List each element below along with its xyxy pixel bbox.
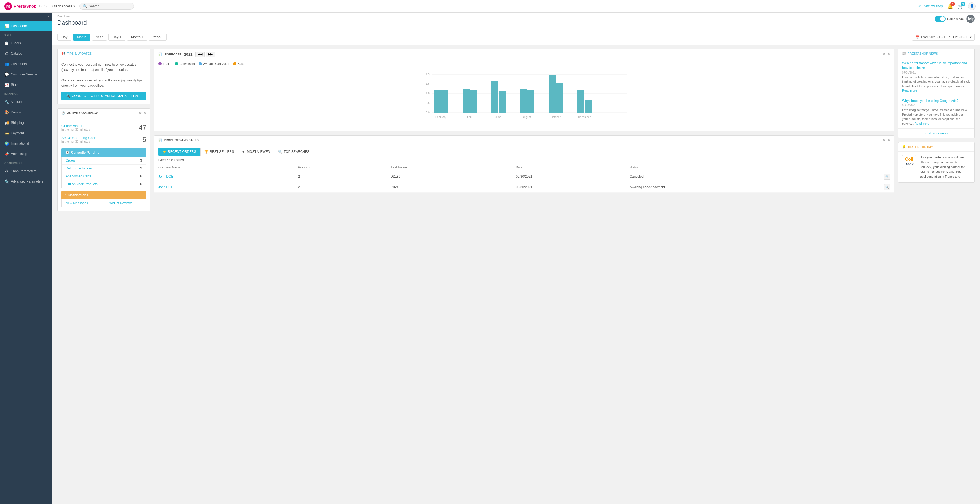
chart-legend: Traffic Conversion Average Cart Value (154, 60, 894, 67)
pending-orders-link[interactable]: Orders (65, 159, 76, 162)
order-1-search-btn[interactable]: 🔍 (884, 173, 890, 180)
advertising-icon: 📣 (4, 152, 9, 156)
pending-out-of-stock-link[interactable]: Out of Stock Products (65, 182, 97, 186)
eye-icon: 👁 (918, 4, 921, 8)
filter-year1-btn[interactable]: Year-1 (149, 33, 167, 41)
filter-day-btn[interactable]: Day (57, 33, 71, 41)
sidebar-item-advanced-params[interactable]: 🔩 Advanced Parameters (0, 176, 52, 187)
shipping-icon: 🚚 (4, 121, 9, 125)
right-column: 📰 PRESTASHOP NEWS Web performance: why i… (898, 49, 975, 211)
sidebar-item-catalog[interactable]: 🏷 Catalog (0, 48, 52, 59)
notif-messages[interactable]: New Messages (62, 199, 104, 207)
filter-day1-btn[interactable]: Day-1 (108, 33, 126, 41)
connect-marketplace-btn[interactable]: 🔌 CONNECT TO PRESTASHOP MARKETPLACE (62, 92, 146, 100)
find-more-news[interactable]: Find more news (898, 129, 974, 138)
pending-abandoned-carts-link[interactable]: Abandoned Carts (65, 174, 91, 178)
customer-service-icon: 💬 (4, 72, 9, 76)
tips-of-day-header: 💡 TIPS OF THE DAY (898, 142, 974, 152)
order-2-action: 🔍 (829, 182, 894, 193)
products-refresh-icon[interactable]: ↻ (888, 138, 890, 142)
news-item-2-read-more[interactable]: Read more (915, 122, 929, 125)
svg-text:0.5: 0.5 (426, 102, 430, 104)
sidebar-item-dashboard[interactable]: 📊 Dashboard (0, 21, 52, 31)
products-settings-icon[interactable]: ⚙ (883, 138, 885, 142)
main-layout: « 📊 Dashboard SELL 📋 Orders 🏷 Catalog 👥 … (0, 13, 980, 504)
forecast-settings-icon[interactable]: ⚙ (883, 52, 885, 56)
col-products: Products (294, 164, 387, 172)
demo-mode-toggle[interactable] (935, 16, 945, 22)
view-shop-link[interactable]: 👁 View my shop (918, 4, 943, 8)
news-item-2-date: 06/30/2021 (902, 104, 970, 107)
activity-overview-card: 🕐 ACTIVITY OVERVIEW ⚙ ↻ Online Visitors … (57, 108, 150, 211)
activity-settings-icon[interactable]: ⚙ (139, 111, 142, 115)
order-1-customer-link[interactable]: John DOE (158, 175, 173, 178)
filter-month-btn[interactable]: Month (73, 33, 90, 41)
sidebar-item-payment[interactable]: 💳 Payment (0, 128, 52, 138)
activity-refresh-icon[interactable]: ↻ (144, 111, 146, 115)
sidebar-collapse-btn[interactable]: « (0, 13, 52, 21)
cart-btn[interactable]: 🛒 32 (958, 3, 964, 9)
products-sales-card: 📊 PRODUCTS AND SALES ⚙ ↻ ⚡ RECENT ORDERS (154, 135, 894, 193)
sidebar-item-international[interactable]: 🌍 International (0, 138, 52, 149)
orders-icon: 📋 (4, 41, 9, 45)
filter-year-btn[interactable]: Year (92, 33, 107, 41)
bar-dec-1 (578, 90, 584, 113)
sidebar-item-orders[interactable]: 📋 Orders (0, 38, 52, 48)
sidebar-item-advertising[interactable]: 📣 Advertising (0, 149, 52, 159)
tab-best-sellers[interactable]: 🏆 BEST SELLERS (200, 148, 238, 156)
news-list: Web performance: why it is so important … (898, 58, 974, 129)
news-item-1-date: 07/01/2021 (902, 71, 970, 74)
order-2-products: 2 (294, 182, 387, 193)
help-button[interactable]: Help (966, 15, 975, 23)
forecast-refresh-icon[interactable]: ↻ (888, 52, 890, 56)
forecast-prev-btn[interactable]: ◀◀ (196, 52, 205, 57)
tab-most-viewed[interactable]: 👁 MOST VIEWED (238, 148, 274, 156)
legend-traffic-dot (158, 62, 162, 65)
search-box[interactable]: 🔍 (79, 3, 134, 10)
prestashop-logo-icon: PS (4, 2, 12, 10)
sidebar-item-modules[interactable]: 🔧 Modules (0, 97, 52, 107)
notif-reviews[interactable]: Product Reviews (104, 199, 146, 207)
page-header: Dashboard Dashboard Demo mode Help (52, 13, 980, 30)
notif-header: ℹ Notifications (62, 191, 146, 199)
news-item-2-link[interactable]: Why should you be using Google Ads? (902, 99, 958, 103)
currently-pending-section: 🕐 Currently Pending Orders 3 Return/Exch… (62, 148, 146, 188)
sidebar-item-design[interactable]: 🎨 Design (0, 107, 52, 118)
pending-returns-link[interactable]: Return/Exchanges (65, 167, 93, 170)
news-item-1-read-more[interactable]: Read more (902, 89, 917, 92)
orders-section-title: LAST 10 ORDERS (154, 156, 894, 164)
search-input[interactable] (89, 4, 127, 8)
bar-jun-1 (492, 81, 498, 113)
lightbulb-icon: 💡 (902, 145, 906, 149)
notif-badge: 0 (950, 2, 955, 6)
products-sales-header: 📊 PRODUCTS AND SALES ⚙ ↻ (154, 135, 894, 145)
sidebar-item-shipping[interactable]: 🚚 Shipping (0, 118, 52, 128)
date-range-picker[interactable]: 📅 From 2021-05-30 To 2021-06-30 ▾ (912, 33, 975, 41)
tips-of-day-body: Coli Back Offer your customers a simple … (898, 152, 974, 182)
forecast-next-btn[interactable]: ▶▶ (206, 52, 215, 57)
order-2-search-btn[interactable]: 🔍 (884, 184, 890, 190)
sidebar-item-stats[interactable]: 📈 Stats (0, 79, 52, 90)
tab-top-searches[interactable]: 🔍 TOP SEARCHES (274, 148, 313, 156)
products-chart-icon: 📊 (158, 138, 162, 142)
chevron-down-icon: ▾ (73, 4, 75, 8)
modules-icon: 🔧 (4, 100, 9, 104)
sidebar-item-customer-service[interactable]: 💬 Customer Service (0, 69, 52, 79)
forecast-chart-area: 1.9 1.5 1.0 0.5 0.0 (154, 67, 894, 131)
user-menu-btn[interactable]: 👤 (968, 2, 976, 10)
news-item-1-link[interactable]: Web performance: why it is so important … (902, 61, 967, 70)
order-2-customer-link[interactable]: John DOE (158, 185, 173, 189)
sidebar-item-shop-params[interactable]: ⚙ Shop Parameters (0, 166, 52, 176)
news-item-1-text: If you already have an online store, or … (902, 75, 970, 93)
quick-access-btn[interactable]: Quick Access ▾ (52, 4, 75, 8)
catalog-icon: 🏷 (4, 51, 9, 56)
svg-text:1.5: 1.5 (426, 82, 430, 85)
tips-updates-header: 📢 TIPS & UPDATES (58, 49, 150, 58)
filter-month1-btn[interactable]: Month-1 (127, 33, 147, 41)
tab-recent-orders[interactable]: ⚡ RECENT ORDERS (158, 148, 200, 156)
notifications-btn[interactable]: 🔔 0 (947, 3, 953, 9)
left-column: 📢 TIPS & UPDATES Connect to your account… (57, 49, 150, 211)
news-header: 📰 PRESTASHOP NEWS (898, 49, 974, 58)
sidebar-item-customers[interactable]: 👥 Customers (0, 59, 52, 69)
demo-mode-label: Demo mode (947, 17, 964, 21)
